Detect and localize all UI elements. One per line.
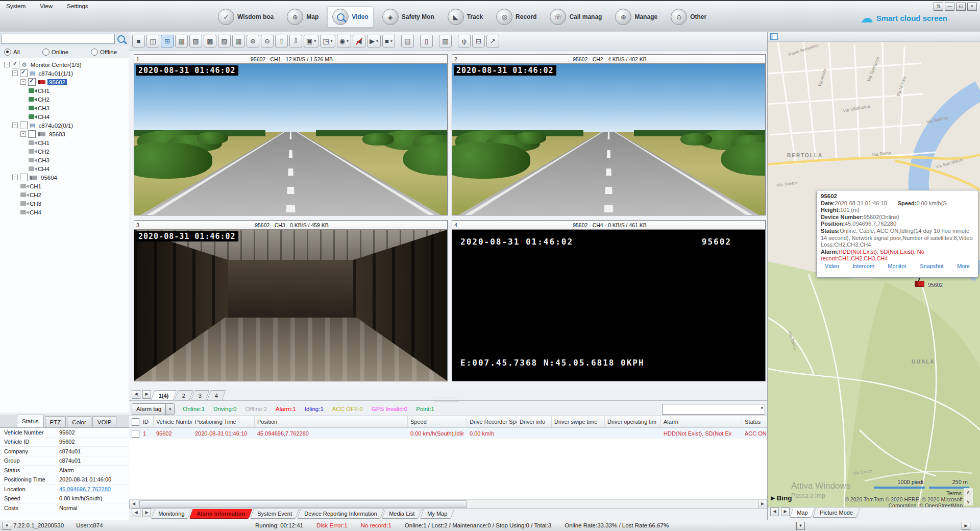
tab-ptz[interactable]: PTZ: [45, 416, 66, 427]
tab-map[interactable]: Map: [790, 508, 815, 518]
tabs-prev-icon[interactable]: ◀: [132, 509, 140, 517]
tree-checkbox[interactable]: [12, 61, 19, 68]
ribbon-button-safety-mon[interactable]: ◈Safety Mon: [378, 7, 439, 27]
tree-item-95604[interactable]: −95604: [0, 173, 129, 182]
tab-my-map[interactable]: My Map: [420, 509, 454, 519]
tree-expander-icon[interactable]: −: [12, 70, 18, 76]
zoom-in-button[interactable]: ⊕: [247, 35, 259, 47]
chevron-down-icon[interactable]: ▾: [314, 39, 316, 43]
tree-expander-icon[interactable]: −: [12, 123, 18, 128]
tree-expander-icon[interactable]: −: [20, 79, 26, 85]
tooltip-link-snapshot[interactable]: Snapshot: [920, 263, 943, 270]
snapshot-camera-button[interactable]: ◉▾: [337, 35, 351, 47]
status-dropdown-icon[interactable]: ▼: [3, 522, 11, 530]
video-page-tab-3[interactable]: 3: [190, 390, 209, 400]
play-button[interactable]: ▶▾: [367, 35, 381, 47]
fullscreen-button[interactable]: ▣▾: [304, 35, 318, 47]
stop-button[interactable]: ■▾: [382, 35, 395, 47]
tree-expander-icon[interactable]: −: [20, 131, 26, 137]
minimize-button[interactable]: —: [945, 3, 954, 11]
filter-radio-online[interactable]: Online: [42, 49, 68, 56]
column-header-checkbox[interactable]: [129, 416, 140, 427]
chevron-down-icon[interactable]: ▾: [165, 404, 174, 415]
header-checkbox[interactable]: [132, 418, 139, 426]
tab-color[interactable]: Color: [67, 416, 91, 427]
tree-item-ch2[interactable]: CH2: [0, 147, 129, 156]
column-header-id[interactable]: ID: [140, 416, 154, 427]
radio-icon[interactable]: [4, 49, 11, 56]
tab-alarm-information[interactable]: Alarm Information: [189, 509, 253, 519]
attribution-scroller[interactable]: ∧∨: [964, 488, 973, 505]
tree-item-ch3[interactable]: CH3: [0, 156, 129, 164]
map-canvas[interactable]: Paolo BorsellinoVia AostaVia SperanzaVia…: [768, 42, 980, 507]
tree-item-95603[interactable]: −95603: [0, 130, 129, 138]
video-page-tab-2[interactable]: 2: [174, 390, 193, 400]
chevron-down-icon[interactable]: ▾: [390, 39, 393, 43]
close-button[interactable]: ×: [967, 3, 977, 11]
tree-item-95602[interactable]: −95602: [0, 78, 129, 86]
ribbon-button-video[interactable]: Video: [327, 6, 373, 28]
tree-item-ch4[interactable]: CH4: [0, 208, 129, 216]
view-13-split-button[interactable]: ▨: [218, 35, 231, 47]
menu-item-view[interactable]: View: [40, 3, 53, 9]
tab-monitoring[interactable]: Monitoring: [151, 509, 192, 519]
table-horizontal-scrollbar[interactable]: ◀ ▶: [129, 499, 767, 509]
tooltip-link-video[interactable]: Video: [825, 263, 839, 270]
delete-trash-button[interactable]: ▥: [439, 35, 452, 47]
restore-button[interactable]: ◱: [956, 3, 966, 11]
tree-expander-icon[interactable]: −: [4, 62, 10, 67]
tabs-next-icon[interactable]: ▶: [142, 509, 151, 517]
video-pane-4[interactable]: 495602 - CH4 - 0 KB/S / 461 KB2020-08-31…: [452, 220, 766, 381]
terms-link[interactable]: Terms: [946, 490, 962, 496]
tooltip-link-more[interactable]: More: [957, 263, 970, 270]
tree-item-c874u02-0-1-[interactable]: −▤c874u02(0/1): [0, 121, 129, 130]
table-row[interactable]: 1956022020-08-31 01:46:1045.094696,7.762…: [129, 428, 767, 440]
ribbon-button-track[interactable]: ◣Track: [443, 7, 487, 27]
tree-checkbox[interactable]: [28, 130, 36, 138]
map-layout-icon[interactable]: [770, 33, 778, 40]
alarm-filter-combobox[interactable]: [662, 404, 765, 415]
scroll-left-icon[interactable]: ◀: [129, 500, 138, 509]
column-header-driver-operating-tim[interactable]: Driver operating tim: [605, 416, 661, 427]
tooltip-link-intercom[interactable]: Intercom: [852, 263, 874, 270]
tree-item-ch1[interactable]: CH1: [0, 138, 129, 147]
ribbon-button-other[interactable]: ⊙Other: [666, 7, 711, 27]
video-pane-2[interactable]: 295602 - CH2 - 4 KB/S / 402 KB2020-08-31…: [452, 54, 766, 215]
tree-checkbox[interactable]: [20, 174, 28, 181]
search-input[interactable]: [1, 34, 115, 44]
chevron-up-icon[interactable]: ∧: [966, 489, 970, 495]
radio-icon[interactable]: [42, 49, 50, 56]
column-header-position[interactable]: Position: [255, 416, 408, 427]
tree-expander-icon[interactable]: −: [12, 175, 18, 180]
tree-item-ch1[interactable]: CH1: [0, 182, 129, 190]
zoom-out-button[interactable]: ⊖: [261, 35, 274, 47]
video-page-tab-4[interactable]: 4: [207, 390, 226, 400]
tab-media-list[interactable]: Media List: [382, 509, 422, 519]
tree-item-monitor-center-1-3-[interactable]: −⚙Monitor Center(1/3): [0, 60, 129, 69]
tree-item-ch2[interactable]: CH2: [0, 190, 129, 199]
chevron-down-icon[interactable]: ∨: [966, 499, 970, 504]
map-tabs-prev-icon[interactable]: ◀: [770, 508, 779, 516]
column-header-alarm[interactable]: Alarm: [661, 416, 742, 427]
tab-device-reporting-information[interactable]: Device Reporting Information: [297, 509, 384, 519]
view-8-split-button[interactable]: ▧: [189, 35, 202, 47]
view-6-split-button[interactable]: ▦: [175, 35, 188, 47]
ribbon-button-manage[interactable]: ⊛Manage: [610, 7, 662, 27]
view-single-button[interactable]: ■: [132, 35, 145, 47]
view-16-split-button[interactable]: ▦: [232, 35, 245, 47]
page-prev-icon[interactable]: ◀: [132, 390, 140, 399]
tree-item-c874u01-1-1-[interactable]: −▤c874u01(1/1): [0, 69, 129, 78]
tab-status[interactable]: Status: [17, 415, 44, 427]
video-pane-1[interactable]: 195602 - CH1 - 12 KB/S / 1.526 MB2020-08…: [134, 54, 448, 215]
record-file-button[interactable]: ▯: [420, 35, 433, 47]
ribbon-button-wisdom-boa[interactable]: ✓Wisdom boa: [213, 7, 278, 27]
expand-button[interactable]: ↗: [486, 35, 499, 47]
vehicle-marker-icon[interactable]: [915, 281, 924, 287]
status-expand-icon[interactable]: ▶: [962, 522, 970, 530]
view-2-split-button[interactable]: ◫: [146, 35, 159, 47]
page-down-button[interactable]: ⇩: [289, 35, 302, 47]
chevron-down-icon[interactable]: ▾: [376, 39, 378, 43]
tab-system-event[interactable]: System Event: [250, 509, 300, 519]
ribbon-button-record[interactable]: ◎Record: [492, 7, 541, 27]
location-link[interactable]: 45.094696,7.762280: [59, 486, 111, 492]
